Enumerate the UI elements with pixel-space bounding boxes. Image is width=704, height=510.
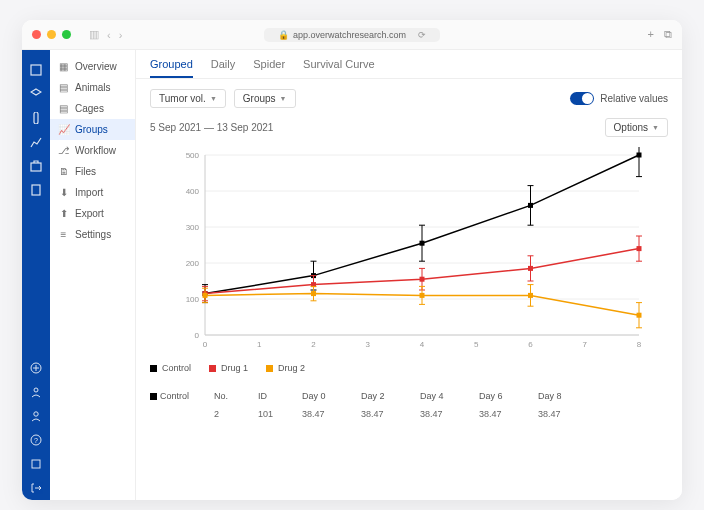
- relative-toggle[interactable]: [570, 92, 594, 105]
- rail-icon-4[interactable]: [29, 135, 43, 149]
- url-bar[interactable]: 🔒 app.overwatchresearch.com ⟳: [264, 28, 440, 42]
- sidebar-toggle-icon[interactable]: ▥: [89, 28, 99, 41]
- chart-icon: 📈: [58, 124, 69, 135]
- nav-label: Cages: [75, 103, 104, 114]
- th: ID: [258, 391, 298, 401]
- nav-label: Overview: [75, 61, 117, 72]
- tab-daily[interactable]: Daily: [211, 58, 235, 78]
- svg-text:1: 1: [257, 340, 262, 349]
- side-nav: ▦Overview▤Animals▤Cages📈Groups⎇Workflow🗎…: [50, 50, 136, 500]
- tabs-icon[interactable]: ⧉: [664, 28, 672, 41]
- rail-icon-1[interactable]: [29, 63, 43, 77]
- refresh-icon[interactable]: ⟳: [418, 30, 426, 40]
- table-row: 210138.4738.4738.4738.4738.47: [150, 405, 668, 423]
- close-icon[interactable]: [32, 30, 41, 39]
- th: Control: [150, 391, 210, 401]
- options-label: Options: [614, 122, 648, 133]
- browser-nav: ▥ ‹ ›: [89, 28, 122, 41]
- th: Day 0: [302, 391, 357, 401]
- td: 2: [214, 409, 254, 419]
- svg-point-5: [34, 388, 38, 392]
- file-icon: 🗎: [58, 166, 69, 177]
- import-icon: ⬇: [58, 187, 69, 198]
- rail-add-icon[interactable]: [29, 361, 43, 375]
- chevron-down-icon: ▼: [280, 95, 287, 102]
- th: Day 4: [420, 391, 475, 401]
- forward-icon[interactable]: ›: [119, 29, 123, 41]
- rail-icon-2[interactable]: [29, 87, 43, 101]
- lock-icon: 🔒: [278, 30, 289, 40]
- svg-rect-1: [34, 112, 38, 124]
- svg-text:4: 4: [420, 340, 425, 349]
- nav-label: Workflow: [75, 145, 116, 156]
- legend-item[interactable]: Drug 1: [209, 363, 248, 373]
- maximize-icon[interactable]: [62, 30, 71, 39]
- tab-grouped[interactable]: Grouped: [150, 58, 193, 78]
- rail-user-icon[interactable]: [29, 409, 43, 423]
- svg-rect-88: [528, 293, 533, 298]
- svg-point-6: [34, 412, 38, 416]
- rail-users-icon[interactable]: [29, 385, 43, 399]
- overview-icon: ▦: [58, 61, 69, 72]
- svg-rect-52: [637, 153, 642, 158]
- svg-rect-92: [637, 313, 642, 318]
- td: 38.47: [302, 409, 357, 419]
- tab-spider[interactable]: Spider: [253, 58, 285, 78]
- svg-text:2: 2: [311, 340, 316, 349]
- titlebar: ▥ ‹ › 🔒 app.overwatchresearch.com ⟳ + ⧉: [22, 20, 682, 50]
- grouping-label: Groups: [243, 93, 276, 104]
- svg-text:100: 100: [186, 295, 200, 304]
- nav-label: Files: [75, 166, 96, 177]
- rail-exit-icon[interactable]: [29, 481, 43, 495]
- svg-rect-76: [203, 293, 208, 298]
- legend-item[interactable]: Drug 2: [266, 363, 305, 373]
- group-swatch: [150, 393, 157, 400]
- chart-legend: ControlDrug 1Drug 2: [136, 357, 682, 379]
- svg-text:0: 0: [203, 340, 208, 349]
- date-range: 5 Sep 2021 — 13 Sep 2021: [150, 122, 273, 133]
- nav-label: Import: [75, 187, 103, 198]
- rail-help-icon[interactable]: ?: [29, 433, 43, 447]
- rail-icon-3[interactable]: [29, 111, 43, 125]
- svg-rect-64: [420, 277, 425, 282]
- td: 38.47: [420, 409, 475, 419]
- minimize-icon[interactable]: [47, 30, 56, 39]
- legend-label: Drug 2: [278, 363, 305, 373]
- nav-item-workflow[interactable]: ⎇Workflow: [50, 140, 135, 161]
- svg-rect-2: [31, 163, 41, 171]
- nav-item-import[interactable]: ⬇Import: [50, 182, 135, 203]
- measure-dropdown[interactable]: Tumor vol. ▼: [150, 89, 226, 108]
- legend-item[interactable]: Control: [150, 363, 191, 373]
- date-row: 5 Sep 2021 — 13 Sep 2021 Options ▼: [136, 118, 682, 143]
- svg-rect-9: [32, 460, 40, 468]
- svg-text:400: 400: [186, 187, 200, 196]
- grouping-dropdown[interactable]: Groups ▼: [234, 89, 296, 108]
- svg-rect-3: [32, 185, 40, 195]
- nav-item-cages[interactable]: ▤Cages: [50, 98, 135, 119]
- rail-icon-6[interactable]: [29, 183, 43, 197]
- rail-icon-7[interactable]: [29, 457, 43, 471]
- nav-item-files[interactable]: 🗎Files: [50, 161, 135, 182]
- left-rail: ?: [22, 50, 50, 500]
- url-text: app.overwatchresearch.com: [293, 30, 406, 40]
- nav-item-overview[interactable]: ▦Overview: [50, 56, 135, 77]
- th: No.: [214, 391, 254, 401]
- nav-item-settings[interactable]: ≡Settings: [50, 224, 135, 245]
- nav-label: Export: [75, 208, 104, 219]
- td: 101: [258, 409, 298, 419]
- settings-icon: ≡: [58, 229, 69, 240]
- rail-icon-5[interactable]: [29, 159, 43, 173]
- options-dropdown[interactable]: Options ▼: [605, 118, 668, 137]
- nav-item-animals[interactable]: ▤Animals: [50, 77, 135, 98]
- svg-rect-68: [528, 266, 533, 271]
- back-icon[interactable]: ‹: [107, 29, 111, 41]
- relative-toggle-wrap: Relative values: [570, 92, 668, 105]
- app-body: ? ▦Overview▤Animals▤Cages📈Groups⎇Workflo…: [22, 50, 682, 500]
- legend-swatch: [209, 365, 216, 372]
- new-tab-icon[interactable]: +: [648, 28, 654, 41]
- tab-survival-curve[interactable]: Survival Curve: [303, 58, 375, 78]
- svg-text:500: 500: [186, 151, 200, 160]
- chevron-down-icon: ▼: [652, 124, 659, 131]
- nav-item-groups[interactable]: 📈Groups: [50, 119, 135, 140]
- nav-item-export[interactable]: ⬆Export: [50, 203, 135, 224]
